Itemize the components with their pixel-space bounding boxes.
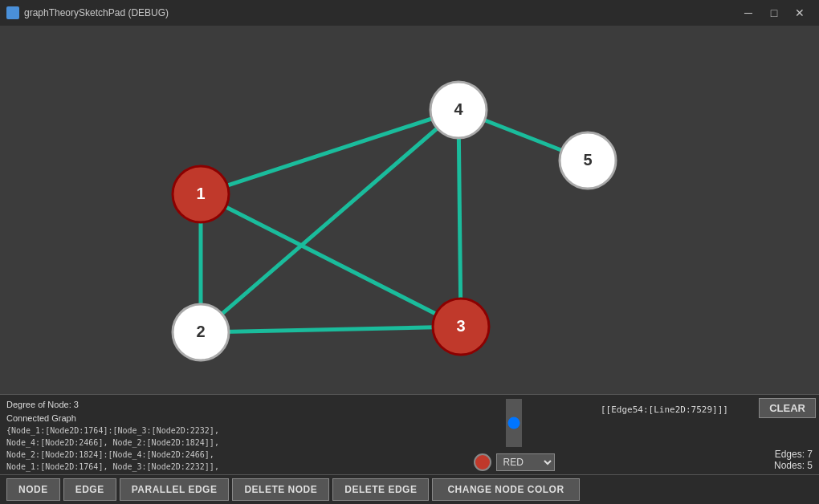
color-select[interactable]: REDGREENBLUEWHITEBLACK: [496, 453, 555, 471]
svg-text:1: 1: [196, 185, 205, 202]
app-icon: [6, 6, 19, 19]
svg-text:4: 4: [454, 100, 463, 118]
edges-group: [201, 110, 588, 332]
titlebar: graphTheorySketchPad (DEBUG) ─ □ ✕: [0, 0, 819, 26]
parallel-edge-button[interactable]: PARALLEL EDGE: [120, 478, 230, 501]
graph-edge[interactable]: [458, 110, 461, 327]
info-left: Degree of Node: 3 Connected Graph {Node_…: [0, 395, 434, 474]
info-row: Degree of Node: 3 Connected Graph {Node_…: [0, 394, 819, 474]
graph-node-2[interactable]: 2: [173, 304, 229, 360]
button-row: NODE EDGE PARALLEL EDGE DELETE NODE DELE…: [0, 474, 819, 504]
titlebar-title: graphTheorySketchPad (DEBUG): [24, 7, 169, 18]
svg-text:3: 3: [456, 317, 465, 335]
info-right: CLEAR [[Edge54:[Line2D:7529]]] Edges: 7 …: [594, 395, 819, 474]
info-center: REDGREENBLUEWHITEBLACK: [434, 395, 594, 474]
minimize-button[interactable]: ─: [735, 0, 761, 26]
graph-edge[interactable]: [201, 327, 461, 332]
svg-text:2: 2: [196, 323, 205, 340]
graph-node-1[interactable]: 1: [173, 166, 229, 222]
graph-node-3[interactable]: 3: [433, 299, 489, 355]
close-button[interactable]: ✕: [787, 0, 813, 26]
stats: Edges: 7 Nodes: 5: [774, 449, 813, 471]
connected-label: Connected Graph: [6, 412, 427, 425]
node-button[interactable]: NODE: [6, 478, 60, 501]
delete-edge-button[interactable]: DELETE EDGE: [332, 478, 429, 501]
graph-edge[interactable]: [201, 110, 458, 332]
degree-label: Degree of Node: 3: [6, 398, 427, 412]
change-node-color-button[interactable]: CHANGE NODE COLOR: [432, 478, 579, 501]
nodes-group[interactable]: 12345: [173, 82, 616, 360]
bottom-panel: Degree of Node: 3 Connected Graph {Node_…: [0, 394, 819, 504]
titlebar-left: graphTheorySketchPad (DEBUG): [6, 6, 169, 19]
graph-edge[interactable]: [201, 110, 458, 194]
color-swatch: [474, 453, 491, 471]
delete-node-button[interactable]: DELETE NODE: [232, 478, 329, 501]
edges-stat: Edges: 7: [774, 449, 813, 460]
nodes-stat: Nodes: 5: [774, 460, 813, 471]
graph-edge[interactable]: [201, 194, 461, 327]
node-data: {Node_1:[Node2D:1764]:[Node_3:[Node2D:22…: [6, 425, 427, 473]
canvas-area[interactable]: 12345: [0, 26, 819, 394]
edge-button[interactable]: EDGE: [63, 478, 116, 501]
size-slider[interactable]: [506, 399, 522, 447]
graph-node-4[interactable]: 4: [430, 82, 487, 138]
color-row: REDGREENBLUEWHITEBLACK: [474, 453, 555, 471]
graph-canvas[interactable]: 12345: [0, 26, 819, 394]
maximize-button[interactable]: □: [761, 0, 787, 26]
clear-button[interactable]: CLEAR: [759, 398, 816, 418]
svg-text:5: 5: [583, 151, 592, 169]
graph-node-5[interactable]: 5: [560, 132, 616, 189]
titlebar-controls: ─ □ ✕: [735, 0, 813, 26]
